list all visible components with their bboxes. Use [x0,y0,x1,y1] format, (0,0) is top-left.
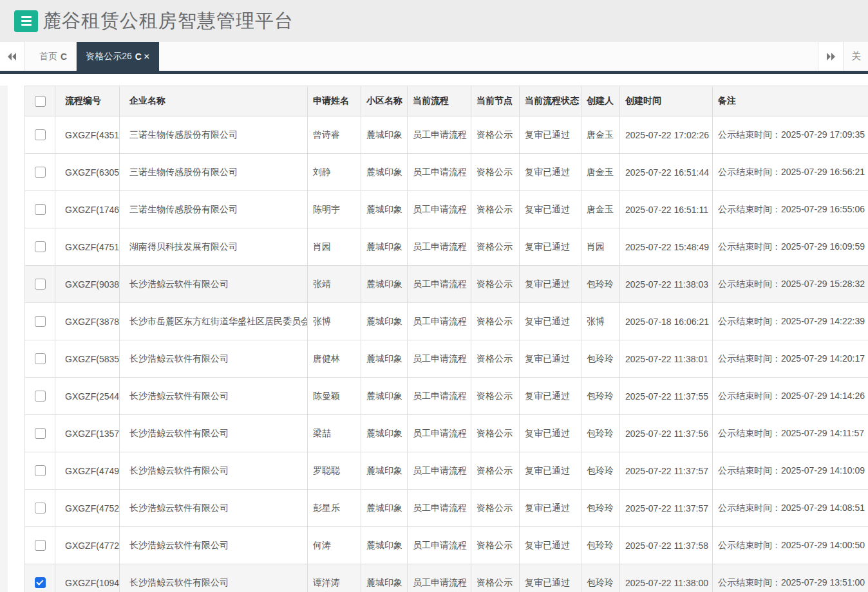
applicant-name-cell: 唐健林 [308,340,361,378]
process-code-cell: GXGZF(25442) [55,378,120,415]
column-header-company[interactable]: 企业名称 [120,86,308,116]
row-checkbox[interactable] [35,241,46,252]
column-header-flow[interactable]: 当前流程 [408,86,471,116]
remark-cell: 公示结束时间：2025-07-29 16:09:59 [713,228,868,266]
table-row[interactable]: GXGZF(6305) 三诺生物传感股份有限公司 刘静 麓城印象 员工申请流程 … [25,154,868,191]
row-checkbox[interactable] [35,204,46,215]
process-code-cell: GXGZF(6305) [55,154,120,191]
flow-status-cell: 复审已通过 [520,116,581,154]
flow-status-cell: 复审已通过 [520,490,581,527]
row-checkbox[interactable] [35,465,46,476]
table-header: 流程编号 企业名称 申请姓名 小区名称 当前流程 当前节点 当前流程状态 创建人… [25,86,868,116]
row-checkbox-cell [25,266,55,303]
creator-cell: 包玲玲 [581,452,620,490]
table-row[interactable]: GXGZF(5835) 长沙浩鲸云软件有限公司 唐健林 麓城印象 员工申请流程 … [25,340,868,378]
row-checkbox-cell [25,228,55,266]
row-checkbox[interactable] [35,316,46,327]
left-gutter [0,86,8,592]
row-checkbox[interactable] [35,279,46,290]
row-checkbox-cell [25,452,55,490]
current-flow-cell: 员工申请流程 [408,490,471,527]
table-row[interactable]: GXGZF(13570) 长沙浩鲸云软件有限公司 梁喆 麓城印象 员工申请流程 … [25,415,868,452]
created-time-cell: 2025-07-22 11:37:58 [620,527,713,564]
created-time-cell: 2025-07-22 11:37:57 [620,490,713,527]
remark-cell: 公示结束时间：2025-07-29 14:10:09 [713,452,868,490]
row-checkbox[interactable] [35,428,46,439]
column-header-code[interactable]: 流程编号 [55,86,120,116]
close-icon[interactable]: ✕ [144,52,150,61]
tab-home-label: 首页 [39,51,57,62]
table-row[interactable]: GXGZF(4772) 长沙浩鲸云软件有限公司 何涛 麓城印象 员工申请流程 资… [25,527,868,564]
process-code-cell: GXGZF(9038) [55,266,120,303]
table-row[interactable]: GXGZF(9038) 长沙浩鲸云软件有限公司 张靖 麓城印象 员工申请流程 资… [25,266,868,303]
close-operations-button[interactable]: 关 [843,42,868,71]
applicant-name-cell: 罗聪聪 [308,452,361,490]
row-checkbox[interactable] [35,540,46,551]
table-row[interactable]: GXGZF(17466) 三诺生物传感股份有限公司 陈明宇 麓城印象 员工申请流… [25,191,868,228]
refresh-icon[interactable]: C [135,51,142,62]
creator-cell: 包玲玲 [581,378,620,415]
process-table-wrap: 流程编号 企业名称 申请姓名 小区名称 当前流程 当前节点 当前流程状态 创建人… [24,86,868,592]
community-name-cell: 麓城印象 [361,303,408,340]
table-row[interactable]: GXGZF(25442) 长沙浩鲸云软件有限公司 陈曼颖 麓城印象 员工申请流程… [25,378,868,415]
scroll-tabs-right-button[interactable] [818,42,843,71]
select-all-checkbox[interactable] [35,96,46,107]
current-flow-cell: 员工申请流程 [408,527,471,564]
applicant-name-cell: 何涛 [308,527,361,564]
company-name-cell: 长沙浩鲸云软件有限公司 [120,266,308,303]
community-name-cell: 麓城印象 [361,564,408,592]
process-code-cell: GXGZF(13570) [55,415,120,452]
column-header-status[interactable]: 当前流程状态 [520,86,581,116]
community-name-cell: 麓城印象 [361,452,408,490]
row-checkbox[interactable] [35,353,46,364]
table-row[interactable]: GXGZF(4752) 长沙浩鲸云软件有限公司 彭星乐 麓城印象 员工申请流程 … [25,490,868,527]
remark-cell: 公示结束时间：2025-07-29 16:56:21 [713,154,868,191]
hamburger-menu-button[interactable] [14,10,38,32]
row-checkbox[interactable] [35,503,46,513]
table-row[interactable]: GXGZF(10943) 长沙浩鲸云软件有限公司 谭洋涛 麓城印象 员工申请流程… [25,564,868,592]
flow-status-cell: 复审已通过 [520,266,581,303]
scroll-tabs-left-button[interactable] [0,42,25,71]
row-checkbox-cell [25,191,55,228]
row-checkbox[interactable] [35,577,46,588]
creator-cell: 包玲玲 [581,564,620,592]
table-row[interactable]: GXGZF(4751) 湖南得贝科技发展有限公司 肖园 麓城印象 员工申请流程 … [25,228,868,266]
creator-cell: 唐金玉 [581,116,620,154]
company-name-cell: 长沙浩鲸云软件有限公司 [120,415,308,452]
community-name-cell: 麓城印象 [361,228,408,266]
row-checkbox[interactable] [35,167,46,178]
current-flow-cell: 员工申请流程 [408,191,471,228]
table-row[interactable]: GXGZF(3878) 长沙市岳麓区东方红街道华盛社区居民委员会 张博 麓城印象… [25,303,868,340]
community-name-cell: 麓城印象 [361,490,408,527]
flow-status-cell: 复审已通过 [520,154,581,191]
company-name-cell: 三诺生物传感股份有限公司 [120,191,308,228]
creator-cell: 包玲玲 [581,415,620,452]
current-flow-cell: 员工申请流程 [408,116,471,154]
tab-home[interactable]: 首页C [30,42,77,71]
applicant-name-cell: 肖园 [308,228,361,266]
current-node-cell: 资格公示 [471,228,520,266]
row-checkbox-cell [25,490,55,527]
refresh-icon[interactable]: C [61,51,67,62]
column-header-created[interactable]: 创建时间 [620,86,713,116]
tab-bar: 首页C 资格公示26C✕ 关 [0,42,868,71]
table-row[interactable]: GXGZF(4351) 三诺生物传感股份有限公司 曾诗睿 麓城印象 员工申请流程… [25,116,868,154]
column-header-remark[interactable]: 备注 [713,86,868,116]
applicant-name-cell: 张博 [308,303,361,340]
row-checkbox[interactable] [35,129,46,140]
company-name-cell: 湖南得贝科技发展有限公司 [120,228,308,266]
created-time-cell: 2025-07-22 11:38:03 [620,266,713,303]
column-header-community[interactable]: 小区名称 [361,86,408,116]
current-node-cell: 资格公示 [471,191,520,228]
company-name-cell: 长沙浩鲸云软件有限公司 [120,378,308,415]
creator-cell: 包玲玲 [581,266,620,303]
remark-cell: 公示结束时间：2025-07-29 14:11:57 [713,415,868,452]
column-header-creator[interactable]: 创建人 [581,86,620,116]
column-header-node[interactable]: 当前节点 [471,86,520,116]
process-code-cell: GXGZF(4351) [55,116,120,154]
column-header-applicant[interactable]: 申请姓名 [308,86,361,116]
tab-qualification-publicity[interactable]: 资格公示26C✕ [77,42,159,71]
company-name-cell: 长沙浩鲸云软件有限公司 [120,340,308,378]
row-checkbox[interactable] [35,391,46,402]
table-row[interactable]: GXGZF(4749) 长沙浩鲸云软件有限公司 罗聪聪 麓城印象 员工申请流程 … [25,452,868,490]
